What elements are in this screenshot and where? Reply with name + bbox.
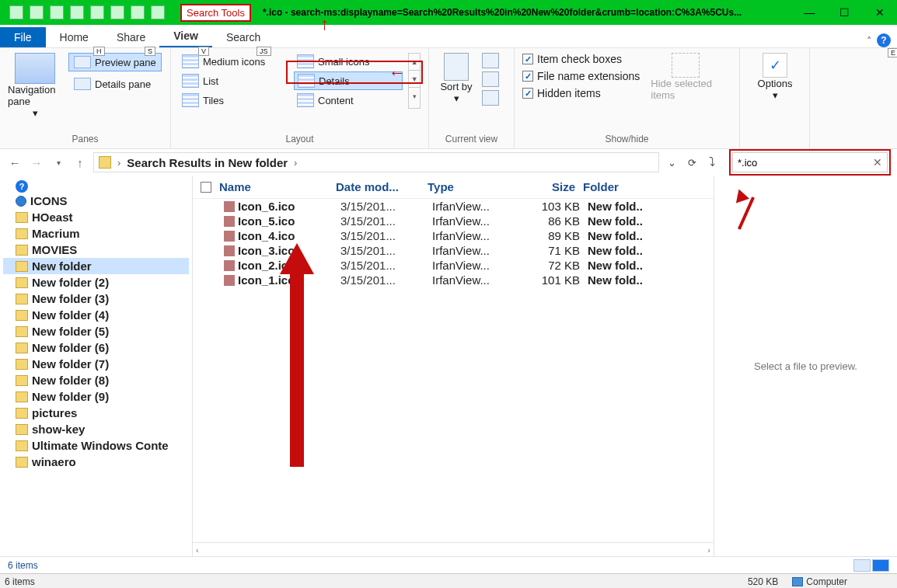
file-row[interactable]: Icon_4.ico3/15/201...IrfanView...89 KBNe… — [193, 228, 714, 243]
group-options: ✓ Options ▾ — [740, 48, 810, 148]
explorer-status-bar: 6 items — [0, 556, 897, 573]
tree-item-new-folder-6-[interactable]: New folder (6) — [3, 339, 189, 356]
tree-item-winaero[interactable]: winaero — [3, 454, 189, 470]
layout-tiles[interactable]: Tiles — [179, 92, 288, 109]
file-row[interactable]: Icon_3.ico3/15/201...IrfanView...71 KBNe… — [193, 243, 714, 258]
layout-small-icons[interactable]: Small icons — [294, 53, 403, 70]
tab-share[interactable]: Share — [103, 27, 159, 47]
sort-by-button[interactable]: Sort by ▾ — [437, 53, 476, 106]
tree-item-icons[interactable]: ICONS — [3, 193, 189, 209]
layout-scroll-up-icon[interactable]: ▲ — [409, 54, 420, 71]
checkbox-file-name-extensions[interactable]: ✓File name extensions — [522, 70, 640, 82]
tree-item-new-folder-5-[interactable]: New folder (5) — [3, 323, 189, 339]
layout-scroll-down-icon[interactable]: ▼ — [409, 71, 420, 88]
qat-icon-6[interactable] — [110, 5, 124, 19]
file-name: Icon_2.ico — [238, 259, 295, 272]
folder-icon — [16, 408, 28, 419]
tree-item-hoeast[interactable]: HOeast — [3, 209, 189, 225]
layout-gallery-scroll[interactable]: ▲ ▼ ▾ — [408, 53, 421, 109]
tree-item-new-folder-8-[interactable]: New folder (8) — [3, 372, 189, 388]
navigation-tree[interactable]: ? ICONSHOeastMacriumMOVIESNew folderNew … — [0, 176, 193, 556]
file-size: 86 KB — [527, 214, 588, 228]
tree-item-new-folder-2-[interactable]: New folder (2) — [3, 274, 189, 291]
tree-item-new-folder-3-[interactable]: New folder (3) — [3, 291, 189, 307]
qat-icon-8[interactable] — [151, 5, 165, 19]
column-size[interactable]: Size — [522, 180, 583, 193]
tree-item-new-folder-7-[interactable]: New folder (7) — [3, 356, 189, 372]
tab-search[interactable]: Search — [212, 27, 274, 47]
column-folder[interactable]: Folder — [583, 180, 661, 193]
details-pane-button[interactable]: Details pane — [68, 75, 162, 93]
collapse-ribbon-icon[interactable]: ˄ — [867, 35, 872, 47]
tab-view[interactable]: View — [159, 26, 212, 47]
tree-item-new-folder[interactable]: New folder — [3, 258, 189, 274]
layout-content[interactable]: Content — [294, 92, 403, 109]
forward-button[interactable]: → — [28, 154, 45, 171]
size-columns-icon[interactable] — [482, 90, 499, 106]
recent-locations-icon[interactable]: ▾ — [50, 154, 67, 171]
layout-expand-icon[interactable]: ▾ — [409, 88, 420, 105]
column-type[interactable]: Type — [428, 180, 522, 193]
checkbox-hidden-items[interactable]: ✓Hidden items — [522, 87, 640, 99]
navigation-pane-button[interactable]: Navigation pane ▾ — [8, 53, 62, 119]
up-button[interactable]: ↑ — [72, 154, 89, 171]
previous-locations-icon[interactable]: ⤵ — [704, 155, 720, 170]
folder-icon — [16, 310, 28, 321]
file-size: 103 KB — [527, 200, 588, 213]
column-date[interactable]: Date mod... — [336, 180, 428, 193]
file-row[interactable]: Icon_1.ico3/15/201...IrfanView...101 KBN… — [193, 273, 714, 287]
qat-icon-7[interactable] — [131, 5, 145, 19]
file-folder: New fold.. — [588, 229, 665, 242]
qat-icon-2[interactable] — [30, 5, 44, 19]
search-input[interactable] — [738, 157, 868, 169]
add-columns-icon[interactable] — [482, 71, 499, 87]
thumbnails-view-toggle-icon[interactable] — [872, 559, 889, 572]
tree-item-movies[interactable]: MOVIES — [3, 242, 189, 258]
group-by-icon[interactable] — [482, 53, 499, 68]
chevron-right-icon[interactable]: › — [294, 157, 297, 169]
file-row[interactable]: Icon_5.ico3/15/201...IrfanView...86 KBNe… — [193, 214, 714, 228]
horizontal-scrollbar[interactable]: ‹ › — [193, 542, 714, 556]
checkbox-item-check-boxes[interactable]: ✓Item check boxes — [522, 53, 640, 65]
tree-item-pictures[interactable]: pictures — [3, 405, 189, 421]
clear-search-icon[interactable]: ✕ — [873, 156, 882, 169]
tree-item-ultimate-windows-conte[interactable]: Ultimate Windows Conte — [3, 437, 189, 454]
tree-item-macrium[interactable]: Macrium — [3, 225, 189, 242]
close-button[interactable]: ✕ — [862, 0, 897, 25]
chevron-right-icon[interactable]: › — [117, 157, 120, 169]
back-button[interactable]: ← — [6, 154, 23, 171]
tab-home[interactable]: Home — [46, 27, 103, 47]
qat-icon-1[interactable] — [9, 5, 23, 19]
layout-list[interactable]: List — [179, 71, 288, 90]
tree-item-show-key[interactable]: show-key — [3, 421, 189, 437]
tree-item-new-folder-9-[interactable]: New folder (9) — [3, 388, 189, 405]
minimize-button[interactable]: — — [792, 0, 827, 25]
file-tab[interactable]: File — [0, 27, 46, 47]
layout-medium-icons[interactable]: Medium icons — [179, 53, 288, 70]
qat-icon-4[interactable] — [70, 5, 84, 19]
help-badge-icon[interactable]: ? — [16, 180, 28, 193]
select-all-checkbox[interactable] — [201, 182, 211, 193]
tree-item-new-folder-4-[interactable]: New folder (4) — [3, 307, 189, 323]
maximize-button[interactable]: ☐ — [827, 0, 862, 25]
column-name[interactable]: Name — [219, 180, 336, 193]
search-box[interactable]: ✕ — [732, 152, 888, 172]
breadcrumb[interactable]: › Search Results in New folder › — [93, 152, 659, 172]
computer-indicator: Computer — [792, 576, 847, 587]
checkbox-label: Item check boxes — [537, 53, 622, 65]
scroll-left-icon[interactable]: ‹ — [196, 545, 199, 555]
layout-details[interactable]: Details — [294, 71, 403, 90]
qat-icon-5[interactable] — [90, 5, 104, 19]
refresh-dropdown-icon[interactable]: ⌄ — [664, 155, 679, 170]
help-icon[interactable]: ? — [877, 33, 891, 47]
scroll-right-icon[interactable]: › — [707, 545, 710, 555]
qat-icon-3[interactable] — [50, 5, 64, 19]
options-button[interactable]: ✓ Options ▾ — [748, 53, 802, 101]
file-row[interactable]: Icon_2.ico3/15/201...IrfanView...72 KBNe… — [193, 258, 714, 273]
details-view-toggle-icon[interactable] — [853, 559, 871, 572]
file-name: Icon_3.ico — [238, 244, 295, 257]
refresh-icon[interactable]: ⟳ — [684, 155, 700, 170]
tree-item-label: winaero — [32, 455, 76, 468]
file-row[interactable]: Icon_6.ico3/15/201...IrfanView...103 KBN… — [193, 199, 714, 214]
breadcrumb-text[interactable]: Search Results in New folder — [127, 156, 288, 169]
